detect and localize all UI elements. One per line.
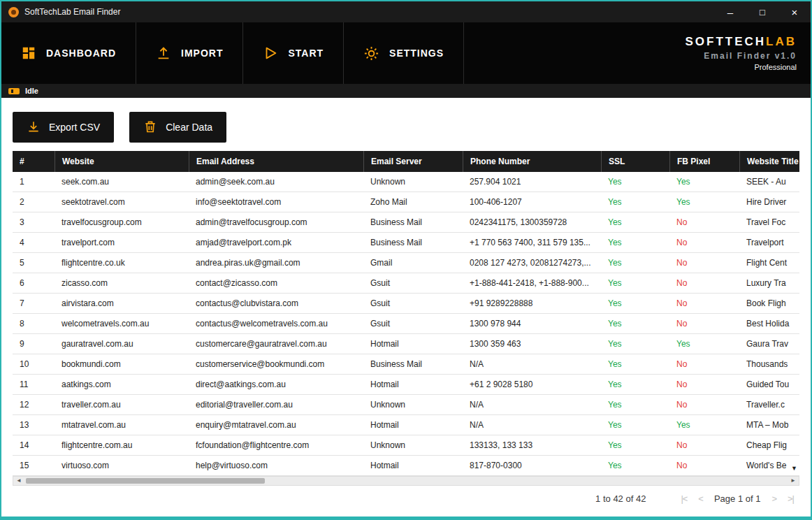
cell-phone: +91 9289228888 bbox=[463, 294, 601, 313]
table-row[interactable]: 15virtuoso.comhelp@virtuoso.comHotmail81… bbox=[13, 456, 799, 476]
clear-data-button[interactable]: Clear Data bbox=[129, 112, 226, 143]
cell-ssl: Yes bbox=[601, 192, 669, 212]
cell-website: seektotravel.com bbox=[55, 192, 189, 212]
column-header-email[interactable]: Email Address bbox=[189, 151, 363, 172]
table-row[interactable]: 14flightcentre.com.aufcfoundation@flight… bbox=[13, 435, 799, 456]
cell-website: flightcentre.co.uk bbox=[55, 253, 189, 273]
export-csv-label: Export CSV bbox=[49, 122, 100, 133]
dashboard-icon bbox=[21, 45, 36, 61]
column-header-fb[interactable]: FB Pixel bbox=[669, 151, 739, 172]
cell-ssl: Yes bbox=[601, 354, 669, 374]
scroll-right-icon[interactable]: ► bbox=[788, 478, 799, 484]
column-header-website[interactable]: Website bbox=[55, 151, 189, 172]
cell-ssl: Yes bbox=[601, 456, 669, 475]
cell-email: customerservice@bookmundi.com bbox=[189, 354, 363, 374]
cell-server: Hotmail bbox=[363, 415, 463, 435]
cell-title: Travel Foc bbox=[739, 212, 799, 232]
nav-item-label: DASHBOARD bbox=[46, 48, 116, 59]
cell-ssl: Yes bbox=[601, 375, 669, 394]
cell-ssl: Yes bbox=[601, 294, 669, 313]
prev-page-button[interactable]: < bbox=[698, 493, 703, 504]
column-header-title[interactable]: Website Title bbox=[739, 151, 799, 172]
settings-icon bbox=[363, 45, 379, 62]
horizontal-scrollbar[interactable]: ◄ ► bbox=[13, 476, 799, 486]
cell-fb: No bbox=[669, 212, 739, 232]
cell-email: admin@travelfocusgroup.com bbox=[189, 212, 363, 232]
export-csv-button[interactable]: Export CSV bbox=[13, 112, 114, 143]
table-row[interactable]: 7airvistara.comcontactus@clubvistara.com… bbox=[13, 294, 799, 314]
cell-num: 6 bbox=[13, 273, 55, 293]
column-header-num[interactable]: # bbox=[13, 151, 55, 172]
nav-item-start[interactable]: START bbox=[243, 22, 344, 84]
next-page-button[interactable]: > bbox=[771, 493, 776, 504]
cell-website: airvistara.com bbox=[55, 294, 189, 313]
column-header-server[interactable]: Email Server bbox=[363, 151, 463, 172]
toolbar: Export CSV Clear Data bbox=[13, 112, 799, 143]
cell-num: 5 bbox=[13, 253, 55, 273]
minimize-button[interactable]: – bbox=[714, 1, 746, 22]
scroll-left-icon[interactable]: ◄ bbox=[13, 478, 24, 484]
column-header-phone[interactable]: Phone Number bbox=[463, 151, 601, 172]
cell-title: MTA – Mob bbox=[739, 415, 799, 435]
cell-fb: No bbox=[669, 354, 739, 374]
brand-edition: Professional bbox=[685, 63, 797, 71]
table-row[interactable]: 6zicasso.comcontact@zicasso.comGsuit+1-8… bbox=[13, 273, 799, 294]
nav-item-dashboard[interactable]: DASHBOARD bbox=[1, 22, 136, 84]
table-row[interactable]: 8welcometravels.com.aucontactus@welcomet… bbox=[13, 314, 799, 334]
cell-fb: No bbox=[669, 253, 739, 273]
cell-ssl: Yes bbox=[601, 273, 669, 293]
table-body: 1seek.com.auadmin@seek.com.auUnknown257.… bbox=[13, 172, 799, 476]
close-button[interactable]: × bbox=[778, 1, 811, 22]
first-page-button[interactable]: |< bbox=[681, 493, 687, 504]
table-row[interactable]: 11aatkings.comdirect@aatkings.com.auHotm… bbox=[13, 375, 799, 395]
table-row[interactable]: 5flightcentre.co.ukandrea.piras.uk@gmail… bbox=[13, 253, 799, 273]
cell-num: 11 bbox=[13, 375, 55, 394]
cell-num: 10 bbox=[13, 354, 55, 374]
cell-website: flightcentre.com.au bbox=[55, 435, 189, 455]
cell-website: aatkings.com bbox=[55, 375, 189, 394]
nav-item-label: IMPORT bbox=[181, 48, 223, 59]
cell-num: 13 bbox=[13, 415, 55, 435]
cell-phone: 1300 978 944 bbox=[463, 314, 601, 333]
cell-title: Guided Tou bbox=[739, 375, 799, 394]
table-row[interactable]: 13mtatravel.com.auenquiry@mtatravel.com.… bbox=[13, 415, 799, 435]
maximize-button[interactable]: □ bbox=[746, 1, 778, 22]
main-nav: DASHBOARD IMPORT START SETTINGS SOFTTECH… bbox=[1, 22, 811, 84]
table-row[interactable]: 2seektotravel.cominfo@seektotravel.comZo… bbox=[13, 192, 799, 212]
table-header: #WebsiteEmail AddressEmail ServerPhone N… bbox=[13, 151, 799, 172]
nav-item-settings[interactable]: SETTINGS bbox=[344, 22, 464, 84]
column-header-ssl[interactable]: SSL bbox=[601, 151, 669, 172]
cell-phone: N/A bbox=[463, 415, 601, 435]
cell-fb: No bbox=[669, 314, 739, 333]
cell-num: 7 bbox=[13, 294, 55, 313]
cell-server: Gsuit bbox=[363, 273, 463, 293]
cell-fb: No bbox=[669, 395, 739, 414]
cell-num: 3 bbox=[13, 212, 55, 232]
cell-server: Business Mail bbox=[363, 354, 463, 374]
cell-phone: 1300 359 463 bbox=[463, 334, 601, 354]
status-icon bbox=[8, 88, 20, 94]
cell-website: bookmundi.com bbox=[55, 354, 189, 374]
table-row[interactable]: 1seek.com.auadmin@seek.com.auUnknown257.… bbox=[13, 172, 799, 192]
nav-item-import[interactable]: IMPORT bbox=[136, 22, 243, 84]
cell-website: welcometravels.com.au bbox=[55, 314, 189, 333]
cell-fb: No bbox=[669, 375, 739, 394]
cell-server: Gsuit bbox=[363, 314, 463, 333]
scroll-down-icon[interactable]: ▼ bbox=[791, 465, 797, 472]
cell-fb: No bbox=[669, 456, 739, 475]
table-row[interactable]: 12traveller.com.aueditorial@traveller.co… bbox=[13, 395, 799, 415]
cell-website: traveller.com.au bbox=[55, 395, 189, 414]
cell-server: Business Mail bbox=[363, 233, 463, 252]
scrollbar-thumb[interactable] bbox=[26, 478, 265, 484]
table-row[interactable]: 9gauratravel.com.aucustomercare@gauratra… bbox=[13, 334, 799, 354]
table-row[interactable]: 10bookmundi.comcustomerservice@bookmundi… bbox=[13, 354, 799, 375]
cell-website: virtuoso.com bbox=[55, 456, 189, 475]
cell-title: Gaura Trav bbox=[739, 334, 799, 354]
table-row[interactable]: 3travelfocusgroup.comadmin@travelfocusgr… bbox=[13, 212, 799, 233]
cell-phone: +1-888-441-2418, +1-888-900... bbox=[463, 273, 601, 293]
cell-num: 4 bbox=[13, 233, 55, 252]
last-page-button[interactable]: >| bbox=[788, 493, 794, 504]
table-row[interactable]: 4travelport.comamjad@travelport.com.pkBu… bbox=[13, 233, 799, 253]
cell-fb: No bbox=[669, 233, 739, 252]
brand-name: SOFTTECHLAB bbox=[685, 35, 797, 49]
